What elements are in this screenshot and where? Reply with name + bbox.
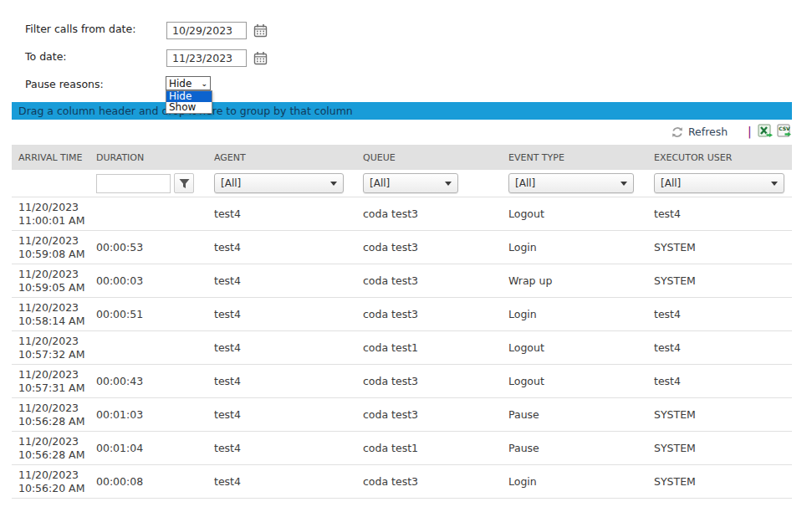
cell-duration: 00:00:51 bbox=[89, 298, 207, 330]
table-row[interactable]: 11/20/202310:59:08 AM00:00:53test4coda t… bbox=[12, 230, 792, 264]
svg-text:CSV: CSV bbox=[779, 125, 790, 131]
arrival-date: 11/20/2023 bbox=[18, 368, 79, 382]
arrival-date: 11/20/2023 bbox=[18, 469, 79, 482]
cell-arrival-time: 11/20/202310:59:05 AM bbox=[12, 264, 89, 297]
cell-arrival-time: 11/20/202310:57:31 AM bbox=[12, 365, 89, 397]
column-header-queue[interactable]: QUEUE bbox=[356, 145, 502, 170]
table-row[interactable]: 11/20/202310:56:20 AM00:00:08test4coda t… bbox=[12, 464, 792, 498]
cell-agent: test4 bbox=[207, 398, 356, 431]
table-row[interactable]: 11/20/202310:58:14 AM00:00:51test4coda t… bbox=[12, 297, 792, 330]
event-type-filter-value: [All] bbox=[515, 177, 535, 189]
table-row[interactable]: 11/20/202311:00:01 AMtest4coda test3Logo… bbox=[12, 197, 792, 230]
cell-executor-user: test4 bbox=[647, 298, 792, 330]
duration-filter-input[interactable] bbox=[96, 174, 171, 193]
cell-agent: test4 bbox=[207, 331, 356, 364]
column-header-agent[interactable]: AGENT bbox=[207, 145, 356, 170]
cell-event-type: Logout bbox=[502, 331, 647, 364]
column-header-arrival-time[interactable]: ARRIVAL TIME bbox=[12, 145, 89, 170]
pause-reasons-select[interactable]: Hide ⌄ bbox=[166, 76, 211, 90]
table-row[interactable]: 11/20/202310:56:28 AM00:01:03test4coda t… bbox=[12, 397, 792, 431]
arrival-time: 10:59:05 AM bbox=[18, 281, 84, 294]
column-header-duration[interactable]: DURATION bbox=[89, 145, 207, 170]
arrival-date: 11/20/2023 bbox=[18, 234, 79, 248]
cell-event-type: Login bbox=[502, 231, 647, 264]
cell-event-type: Login bbox=[502, 465, 647, 498]
cell-event-type: Pause bbox=[502, 398, 647, 431]
dropdown-arrow-icon bbox=[620, 182, 627, 186]
cell-arrival-time: 11/20/202310:57:32 AM bbox=[12, 331, 89, 364]
table-row[interactable]: 11/20/202310:56:28 AM00:01:04test4coda t… bbox=[12, 431, 792, 464]
cell-event-type: Login bbox=[502, 298, 647, 330]
queue-filter-value: [All] bbox=[370, 177, 390, 189]
table-row[interactable]: 11/20/202310:59:05 AM00:00:03test4coda t… bbox=[12, 264, 792, 297]
cell-queue: coda test1 bbox=[356, 432, 502, 464]
cell-executor-user: test4 bbox=[647, 331, 792, 364]
cell-executor-user: SYSTEM bbox=[647, 432, 792, 464]
toolbar-separator: | bbox=[748, 125, 752, 138]
group-by-drop-bar[interactable]: Drag a column header and drop it here to… bbox=[12, 102, 792, 120]
cell-executor-user: SYSTEM bbox=[647, 465, 792, 498]
duration-filter-icon[interactable] bbox=[174, 173, 194, 193]
refresh-button[interactable]: Refresh bbox=[672, 125, 728, 138]
arrival-time: 10:56:28 AM bbox=[18, 415, 84, 428]
pause-reasons-label: Pause reasons: bbox=[25, 78, 104, 90]
from-date-calendar-icon[interactable] bbox=[253, 23, 268, 38]
from-date-input[interactable] bbox=[166, 22, 247, 39]
arrival-time: 10:58:14 AM bbox=[18, 315, 84, 328]
export-excel-icon[interactable] bbox=[758, 124, 773, 139]
filter-cell-duration bbox=[89, 170, 207, 197]
cell-duration: 00:01:03 bbox=[89, 398, 207, 431]
filter-cell-event-type: [All] bbox=[502, 170, 647, 197]
cell-agent: test4 bbox=[207, 432, 356, 464]
column-header-event-type[interactable]: EVENT TYPE bbox=[502, 145, 647, 170]
cell-agent: test4 bbox=[207, 298, 356, 330]
to-date-label: To date: bbox=[25, 50, 67, 63]
column-header-executor-user[interactable]: EXECUTOR USER bbox=[647, 145, 792, 170]
cell-agent: test4 bbox=[207, 465, 356, 498]
table-row[interactable]: 11/20/202310:57:32 AMtest4coda test1Logo… bbox=[12, 330, 792, 364]
event-type-filter-dropdown[interactable]: [All] bbox=[508, 173, 634, 193]
from-date-label: Filter calls from date: bbox=[25, 23, 135, 35]
dropdown-arrow-icon bbox=[771, 182, 778, 186]
dropdown-arrow-icon bbox=[330, 182, 337, 186]
filter-cell-arrival bbox=[12, 170, 89, 197]
cell-agent: test4 bbox=[207, 231, 356, 264]
executor-user-filter-value: [All] bbox=[661, 177, 681, 189]
filter-cell-agent: [All] bbox=[207, 170, 356, 197]
cell-executor-user: SYSTEM bbox=[647, 264, 792, 297]
arrival-date: 11/20/2023 bbox=[18, 268, 79, 281]
to-date-calendar-icon[interactable] bbox=[253, 51, 268, 66]
cell-executor-user: test4 bbox=[647, 197, 792, 230]
dropdown-arrow-icon bbox=[445, 182, 452, 186]
grid-header-row: ARRIVAL TIME DURATION AGENT QUEUE EVENT … bbox=[12, 145, 792, 170]
cell-queue: coda test3 bbox=[356, 465, 502, 498]
cell-duration bbox=[89, 197, 207, 230]
arrival-time: 11:00:01 AM bbox=[18, 214, 84, 228]
cell-queue: coda test3 bbox=[356, 298, 502, 330]
cell-arrival-time: 11/20/202310:56:28 AM bbox=[12, 432, 89, 464]
cell-queue: coda test3 bbox=[356, 264, 502, 297]
queue-filter-dropdown[interactable]: [All] bbox=[363, 173, 458, 193]
cell-queue: coda test3 bbox=[356, 365, 502, 397]
table-row[interactable]: 11/20/202310:57:31 AM00:00:43test4coda t… bbox=[12, 364, 792, 397]
cell-executor-user: SYSTEM bbox=[647, 231, 792, 264]
arrival-time: 10:56:28 AM bbox=[18, 448, 84, 462]
to-date-input[interactable] bbox=[166, 49, 247, 67]
cell-event-type: Logout bbox=[502, 197, 647, 230]
dropdown-option-show[interactable]: Show bbox=[166, 102, 212, 113]
cell-agent: test4 bbox=[207, 264, 356, 297]
cell-arrival-time: 11/20/202310:56:28 AM bbox=[12, 398, 89, 431]
agent-filter-value: [All] bbox=[221, 177, 241, 189]
grid-toolbar: Refresh | CSV bbox=[12, 121, 792, 144]
cell-event-type: Logout bbox=[502, 365, 647, 397]
refresh-icon bbox=[672, 126, 683, 138]
pause-reasons-selected-value: Hide bbox=[169, 78, 192, 90]
executor-user-filter-dropdown[interactable]: [All] bbox=[654, 173, 784, 193]
cell-arrival-time: 11/20/202310:59:08 AM bbox=[12, 231, 89, 264]
agent-filter-dropdown[interactable]: [All] bbox=[214, 173, 344, 193]
cell-agent: test4 bbox=[207, 365, 356, 397]
export-csv-icon[interactable]: CSV bbox=[777, 124, 792, 139]
cell-duration: 00:00:03 bbox=[89, 264, 207, 297]
cell-duration: 00:00:53 bbox=[89, 231, 207, 264]
cell-executor-user: SYSTEM bbox=[647, 398, 792, 431]
